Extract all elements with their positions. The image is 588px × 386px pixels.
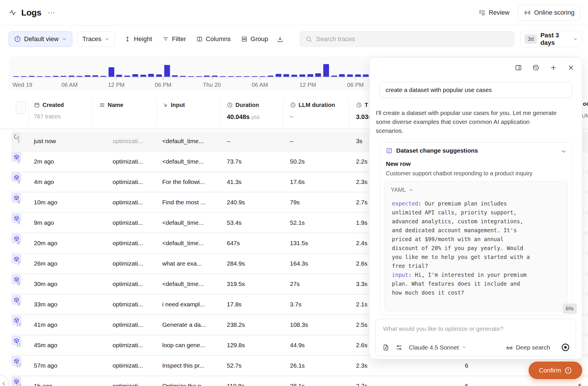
file-plus-icon[interactable]	[382, 344, 389, 351]
column-header-duration[interactable]: Duration	[227, 102, 259, 108]
histogram-bar	[283, 74, 289, 77]
confirm-label: Confirm	[539, 367, 561, 374]
column-header-created[interactable]: Created	[34, 102, 64, 108]
column-header-ttft[interactable]: T	[356, 102, 368, 108]
input-cell: loop can gene...	[162, 336, 205, 355]
axis-label: 06 AM	[61, 82, 78, 88]
filter-button[interactable]: Filter	[157, 31, 191, 47]
histogram-bar	[180, 76, 186, 77]
yaml-code-block: YAML expected: Our premium plan includes…	[384, 181, 568, 311]
search-traces[interactable]	[299, 31, 514, 47]
code-line: unlimited API calls, priority support,	[392, 208, 565, 217]
observation-count-cell: 6	[458, 377, 475, 386]
created-cell: 57m ago	[34, 356, 57, 375]
confirm-button[interactable]: Confirm	[529, 362, 582, 379]
activity-icon	[9, 9, 17, 17]
ttft-cell: 2.3s	[356, 356, 368, 375]
split-view-icon[interactable]	[515, 64, 522, 71]
row-number: 8	[14, 274, 23, 293]
history-icon[interactable]	[532, 64, 539, 71]
histogram-bar	[61, 76, 66, 77]
column-header-input[interactable]: Input	[162, 102, 185, 108]
column-header-llm-duration[interactable]: LLM duration	[290, 102, 335, 108]
diff-square-icon	[386, 147, 392, 154]
review-button[interactable]: Review	[473, 5, 515, 21]
input-cell: <default_time...	[162, 274, 204, 293]
name-cell: optimizati...	[113, 274, 143, 293]
input-cell: <default_time...	[162, 132, 204, 151]
column-header-name[interactable]: Name	[99, 102, 123, 108]
created-cell: 33m ago	[34, 295, 57, 314]
clock-icon	[290, 102, 296, 108]
stop-button[interactable]	[561, 343, 570, 352]
suggestions-title: Dataset change suggestions	[396, 147, 478, 154]
export-button[interactable]	[273, 31, 287, 47]
table-row[interactable]: optimizati...131h agoOptimize the p...11…	[11, 377, 588, 386]
user-prompt[interactable]: create a dataset with popular use cases	[379, 82, 572, 98]
progress-badge: 6%	[563, 304, 577, 314]
chevron-down-icon	[462, 345, 467, 350]
column-separator	[156, 99, 157, 128]
created-cell: 45m ago	[34, 336, 57, 355]
histogram-bar	[212, 76, 218, 77]
arrow-down-right-icon	[162, 102, 168, 108]
row-number: 3	[14, 172, 23, 191]
input-cell: <default_time...	[162, 213, 204, 232]
traces-type-selector[interactable]: Traces	[77, 31, 115, 47]
collapse-sidebar-button[interactable]	[0, 375, 9, 386]
column-separator	[349, 99, 349, 128]
input-cell: Optimize the p...	[162, 377, 206, 386]
glasses-icon	[506, 344, 513, 351]
histogram-bar	[109, 67, 114, 77]
llm-duration-cell: 108.3s	[290, 315, 308, 334]
more-menu-button[interactable]: ⋯	[46, 8, 57, 18]
format-selector[interactable]: YAML	[391, 187, 414, 193]
histogram-bar	[236, 76, 241, 77]
online-scoring-button[interactable]: Online scoring	[518, 5, 581, 21]
format-label: YAML	[391, 187, 406, 193]
column-separator	[28, 99, 28, 128]
traces-label: Traces	[82, 35, 101, 43]
group-label: Group	[251, 35, 268, 43]
created-cell: 26m ago	[34, 254, 57, 273]
row-number: 9	[14, 295, 23, 314]
search-input[interactable]	[316, 35, 508, 43]
sliders-icon[interactable]	[396, 344, 403, 351]
row-number: 5	[14, 213, 23, 232]
group-button[interactable]: Group	[236, 31, 273, 47]
input-cell: Find the most ...	[162, 193, 206, 212]
duration-cell: 52.7s	[227, 356, 241, 375]
ttft-cell: 3.3s	[356, 274, 368, 293]
view-selector[interactable]: Default view	[9, 31, 72, 47]
assistant-panel: create a dataset with popular use cases …	[369, 57, 582, 359]
llm-duration-cell: 79s	[290, 193, 300, 212]
chat-text-input[interactable]	[383, 323, 568, 335]
input-cell: i need exampl...	[162, 295, 205, 314]
axis-tick	[212, 77, 212, 80]
page-title: Logs	[21, 8, 41, 18]
axis-tick	[116, 77, 117, 80]
columns-button[interactable]: Columns	[191, 31, 236, 47]
select-all-checkbox[interactable]	[16, 101, 26, 114]
llm-duration-cell: 52.1s	[290, 213, 305, 232]
name-cell: optimizati...	[113, 172, 143, 191]
chevron-down-icon	[105, 37, 110, 42]
code-line: expected: Our premium plan includes	[392, 199, 565, 208]
model-selector[interactable]: Claude 4.5 Sonnet	[409, 344, 467, 351]
close-icon[interactable]	[567, 64, 575, 71]
histogram-bar	[132, 74, 138, 77]
time-range-selector[interactable]: 3d Past 3 days	[520, 31, 582, 47]
clock-icon	[227, 102, 233, 108]
code-line: advanced analytics, custom integrations,	[392, 217, 565, 226]
created-cell: 41m ago	[34, 315, 57, 334]
histogram-bar	[244, 76, 249, 77]
histogram-bar	[252, 76, 258, 77]
chevron-down-icon[interactable]	[560, 148, 567, 155]
deep-search-toggle[interactable]: Deep search	[506, 344, 550, 351]
row-height-button[interactable]: Height	[119, 31, 157, 47]
plus-icon[interactable]	[550, 64, 557, 71]
height-label: Height	[134, 35, 152, 43]
view-selector-label: Default view	[24, 35, 59, 43]
histogram-bar	[124, 76, 130, 77]
input-cell: Generate a da...	[162, 315, 206, 334]
